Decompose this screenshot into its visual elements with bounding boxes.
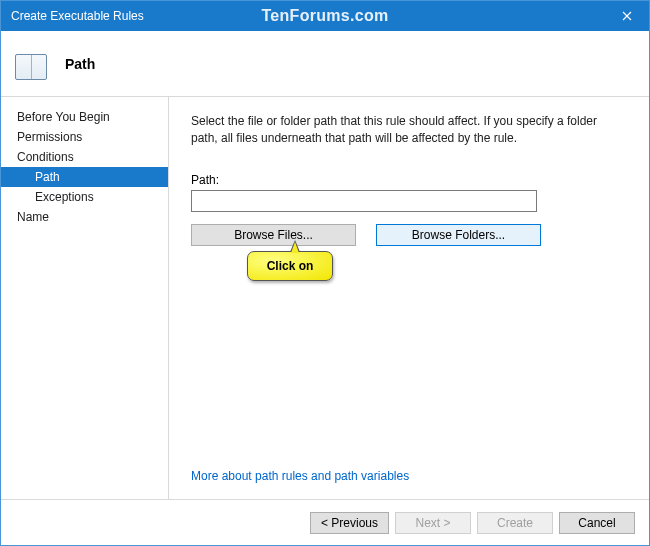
description-text: Select the file or folder path that this… [191, 113, 627, 147]
step-before-you-begin[interactable]: Before You Begin [1, 107, 168, 127]
browse-files-button[interactable]: Browse Files... [191, 224, 356, 246]
wizard-header: Path [1, 31, 649, 97]
path-input[interactable] [191, 190, 537, 212]
close-button[interactable] [604, 1, 649, 31]
wizard-body: Before You Begin Permissions Conditions … [1, 97, 649, 499]
page-icon [15, 48, 47, 80]
annotation-callout: Click on [247, 251, 333, 281]
next-button: Next > [395, 512, 471, 534]
window-title: Create Executable Rules [1, 9, 144, 23]
create-button: Create [477, 512, 553, 534]
wizard-footer: < Previous Next > Create Cancel [1, 499, 649, 545]
step-name[interactable]: Name [1, 207, 168, 227]
wizard-steps-sidebar: Before You Begin Permissions Conditions … [1, 97, 169, 499]
callout-text: Click on [267, 259, 314, 273]
cancel-button[interactable]: Cancel [559, 512, 635, 534]
page-title: Path [65, 56, 95, 72]
step-conditions[interactable]: Conditions [1, 147, 168, 167]
step-exceptions[interactable]: Exceptions [1, 187, 168, 207]
step-permissions[interactable]: Permissions [1, 127, 168, 147]
close-icon [622, 11, 632, 21]
titlebar: Create Executable Rules TenForums.com [1, 1, 649, 31]
step-path[interactable]: Path [1, 167, 168, 187]
wizard-window: Create Executable Rules TenForums.com Pa… [0, 0, 650, 546]
previous-button[interactable]: < Previous [310, 512, 389, 534]
path-label: Path: [191, 173, 627, 187]
browse-button-row: Browse Files... Browse Folders... [191, 224, 627, 246]
watermark-text: TenForums.com [261, 7, 388, 25]
browse-folders-button[interactable]: Browse Folders... [376, 224, 541, 246]
more-about-link[interactable]: More about path rules and path variables [191, 469, 627, 483]
content-pane: Select the file or folder path that this… [169, 97, 649, 499]
